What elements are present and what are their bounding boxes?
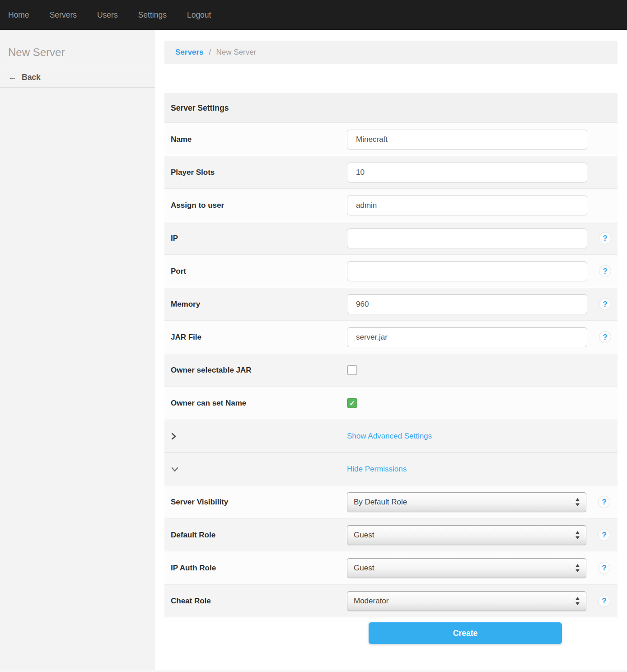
help-icon[interactable]: ?: [598, 562, 610, 574]
create-button[interactable]: Create: [369, 622, 562, 644]
form-row-port: Port ?: [164, 255, 618, 287]
navbar: Home Servers Users Settings Logout: [0, 0, 627, 30]
cheat-role-label: Cheat Role: [171, 597, 347, 606]
hide-permissions-link[interactable]: Hide Permissions: [347, 465, 407, 474]
cheat-role-select[interactable]: Moderator: [347, 591, 586, 611]
port-label: Port: [171, 267, 347, 276]
form-row-assign-user: Assign to user: [164, 189, 618, 221]
breadcrumb: Servers / New Server: [164, 41, 618, 64]
breadcrumb-servers-link[interactable]: Servers: [175, 48, 203, 56]
select-value: Moderator: [354, 597, 388, 606]
nav-settings[interactable]: Settings: [138, 10, 167, 20]
form-row-submit: Create: [164, 618, 618, 658]
memory-label: Memory: [171, 300, 347, 309]
breadcrumb-separator: /: [209, 48, 211, 56]
back-label: Back: [22, 73, 41, 82]
ip-input[interactable]: [347, 229, 587, 248]
select-value: By Default Role: [354, 498, 407, 507]
select-arrows-icon: [575, 597, 580, 606]
nav-servers[interactable]: Servers: [50, 10, 77, 20]
ip-label: IP: [171, 234, 347, 243]
ip-auth-role-select[interactable]: Guest: [347, 558, 586, 578]
owner-can-set-name-checkbox[interactable]: ✓: [347, 398, 357, 408]
back-button[interactable]: ← Back: [0, 67, 155, 88]
check-icon: ✓: [349, 400, 355, 406]
server-visibility-select[interactable]: By Default Role: [347, 492, 586, 512]
back-arrow-icon: ←: [8, 72, 17, 82]
jar-file-label: JAR File: [171, 333, 347, 342]
jar-file-input[interactable]: [347, 327, 587, 347]
assign-user-label: Assign to user: [171, 201, 347, 210]
form-row-owner-can-set-name: Owner can set Name ✓: [164, 387, 618, 419]
help-icon[interactable]: ?: [599, 265, 611, 277]
nav-home[interactable]: Home: [8, 10, 29, 20]
player-slots-label: Player Slots: [171, 168, 347, 177]
help-icon[interactable]: ?: [599, 232, 611, 244]
form-row-ip-auth-role: IP Auth Role Guest ?: [164, 552, 618, 584]
assign-user-input[interactable]: [347, 196, 587, 215]
form-row-player-slots: Player Slots: [164, 156, 618, 188]
select-value: Guest: [354, 564, 374, 573]
memory-input[interactable]: [347, 294, 587, 314]
default-role-select[interactable]: Guest: [347, 525, 586, 545]
help-icon[interactable]: ?: [598, 496, 610, 508]
name-input[interactable]: [347, 130, 587, 149]
bottom-strip: [0, 670, 627, 672]
main-content: Servers / New Server Server Settings Nam…: [155, 30, 627, 672]
select-arrows-icon: [575, 564, 580, 573]
player-slots-input[interactable]: [347, 163, 587, 182]
form-row-owner-selectable-jar: Owner selectable JAR ✓: [164, 354, 618, 386]
owner-selectable-jar-label: Owner selectable JAR: [171, 366, 347, 375]
page-title: New Server: [0, 30, 155, 67]
form-row-cheat-role: Cheat Role Moderator ?: [164, 585, 618, 617]
chevron-down-icon: [171, 466, 179, 472]
ip-auth-role-label: IP Auth Role: [171, 564, 347, 573]
section-header: Server Settings: [164, 94, 618, 122]
form-row-advanced-toggle: Show Advanced Settings: [164, 420, 618, 452]
help-icon[interactable]: ?: [599, 298, 611, 310]
server-visibility-label: Server Visibility: [171, 498, 347, 507]
default-role-label: Default Role: [171, 531, 347, 540]
select-arrows-icon: [575, 498, 580, 507]
section-title: Server Settings: [171, 103, 229, 113]
form-row-permissions-toggle: Hide Permissions: [164, 453, 618, 485]
form-row-memory: Memory ?: [164, 288, 618, 320]
breadcrumb-current: New Server: [216, 48, 257, 56]
form-row-ip: IP ?: [164, 222, 618, 254]
chevron-right-icon: [171, 432, 177, 440]
nav-users[interactable]: Users: [97, 10, 118, 20]
show-advanced-settings-link[interactable]: Show Advanced Settings: [347, 432, 432, 441]
form-row-name: Name: [164, 123, 618, 155]
name-label: Name: [171, 135, 347, 144]
select-arrows-icon: [575, 531, 580, 540]
help-icon[interactable]: ?: [599, 331, 611, 343]
help-icon[interactable]: ?: [598, 595, 610, 607]
owner-can-set-name-label: Owner can set Name: [171, 399, 347, 408]
nav-logout[interactable]: Logout: [187, 10, 211, 20]
help-icon[interactable]: ?: [598, 529, 610, 541]
sidebar: New Server ← Back: [0, 30, 155, 672]
port-input[interactable]: [347, 261, 587, 281]
form-row-default-role: Default Role Guest ?: [164, 519, 618, 551]
form-row-server-visibility: Server Visibility By Default Role ?: [164, 486, 618, 518]
owner-selectable-jar-checkbox[interactable]: ✓: [347, 365, 357, 375]
form-row-jar-file: JAR File ?: [164, 321, 618, 353]
select-value: Guest: [354, 531, 374, 540]
